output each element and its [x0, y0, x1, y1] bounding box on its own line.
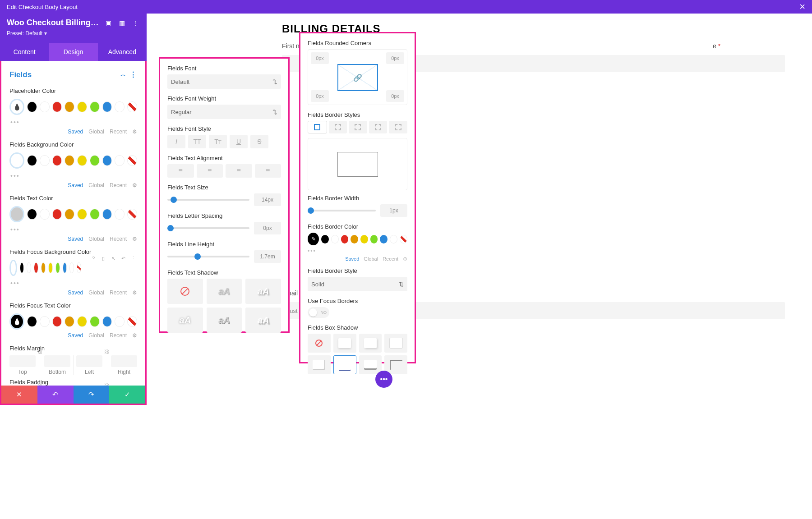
more-swatches-icon[interactable]: ••• [1, 279, 145, 289]
corner-bl-input[interactable] [311, 90, 329, 102]
color-picker-button[interactable] [9, 206, 24, 222]
undo-button[interactable]: ↶ [37, 386, 74, 404]
redo-button[interactable]: ↷ [74, 386, 110, 404]
tab-recent[interactable]: Recent [110, 129, 127, 135]
border-width-value[interactable] [380, 204, 407, 217]
tab-content[interactable]: Content [0, 43, 49, 61]
tab-saved[interactable]: Saved [68, 289, 83, 296]
gear-icon[interactable]: ⚙ [132, 182, 137, 188]
box-shadow-preset[interactable] [333, 355, 356, 374]
align-right-button[interactable]: ≡ [226, 164, 252, 178]
tab-recent[interactable]: Recent [110, 289, 127, 296]
swatch[interactable] [321, 235, 329, 243]
shadow-preset[interactable]: aA [207, 308, 242, 333]
swatch[interactable] [331, 235, 339, 243]
focus-borders-toggle[interactable]: NO [308, 307, 329, 318]
tab-global[interactable]: Global [88, 236, 104, 242]
section-more-icon[interactable]: ⋮ [129, 70, 137, 79]
help-icon[interactable]: ? [89, 254, 97, 262]
swatch-none[interactable] [400, 235, 407, 243]
tab-global[interactable]: Global [88, 332, 104, 339]
swatch[interactable] [52, 316, 62, 327]
border-bottom-tab[interactable] [369, 121, 388, 133]
chevron-up-icon[interactable]: ︿ [120, 71, 126, 78]
section-title-fields[interactable]: Fields [9, 70, 32, 79]
swatch[interactable] [115, 316, 125, 327]
swatch[interactable] [90, 209, 100, 220]
swatch[interactable] [102, 209, 112, 220]
expand-icon[interactable]: ▣ [104, 18, 113, 28]
color-picker-button[interactable] [9, 152, 24, 169]
undo-icon[interactable]: ↶ [119, 254, 127, 262]
more-swatches-icon[interactable]: ••• [1, 225, 145, 236]
corner-tr-input[interactable] [386, 52, 404, 64]
cancel-button[interactable]: ✕ [1, 386, 37, 404]
tab-saved[interactable]: Saved [68, 129, 83, 135]
swatch[interactable] [102, 316, 112, 327]
swatch[interactable] [90, 316, 100, 327]
link-icon[interactable]: 🔗 [353, 73, 362, 82]
swatch[interactable] [77, 155, 87, 166]
phone-icon[interactable]: ▯ [99, 254, 107, 262]
border-width-slider[interactable] [308, 210, 376, 211]
tab-recent[interactable]: Recent [110, 332, 127, 339]
border-all-tab[interactable] [308, 121, 327, 133]
margin-right-input[interactable] [111, 355, 137, 367]
shadow-preset[interactable]: aA [245, 308, 281, 333]
tab-global[interactable]: Global [88, 182, 104, 188]
color-picker-button[interactable] [9, 313, 24, 330]
gear-icon[interactable]: ⚙ [403, 256, 407, 262]
swatch-none[interactable] [127, 316, 137, 327]
link-icon[interactable]: ⛓ [37, 383, 42, 386]
border-left-tab[interactable] [389, 121, 407, 133]
swatch-orange[interactable] [65, 101, 74, 112]
tab-recent[interactable]: Recent [110, 182, 127, 188]
line-height-value[interactable] [254, 250, 281, 263]
box-shadow-preset[interactable] [359, 355, 382, 374]
swatch[interactable] [115, 155, 125, 166]
letter-spacing-slider[interactable] [167, 227, 249, 229]
swatch[interactable] [65, 155, 74, 166]
margin-bottom-input[interactable] [44, 355, 70, 367]
swatch-black[interactable] [27, 101, 37, 112]
swatch[interactable] [34, 262, 38, 273]
swatch[interactable] [351, 235, 358, 243]
corner-tl-input[interactable] [311, 52, 329, 64]
line-height-slider[interactable] [167, 256, 249, 257]
swatch[interactable] [27, 262, 31, 273]
box-shadow-preset[interactable] [308, 355, 331, 374]
color-picker-button[interactable]: ✎ [308, 233, 319, 245]
text-size-slider[interactable] [167, 199, 249, 201]
preset-label[interactable]: Preset: Default ▾ [7, 30, 140, 37]
link-icon[interactable]: ⛓ [104, 349, 109, 369]
swatch[interactable] [27, 155, 37, 166]
close-icon[interactable]: × [799, 1, 805, 13]
swatch[interactable] [102, 155, 112, 166]
swatch-none[interactable] [127, 209, 137, 220]
margin-top-input[interactable] [9, 355, 36, 367]
swatch[interactable] [65, 209, 74, 220]
swatch[interactable] [41, 262, 46, 273]
gear-icon[interactable]: ⚙ [132, 129, 137, 135]
font-weight-select[interactable]: Regular⇅ [167, 105, 281, 119]
shadow-preset[interactable]: aA [207, 279, 242, 304]
responsive-icon[interactable]: ▥ [117, 18, 126, 28]
gear-icon[interactable]: ⚙ [132, 289, 137, 296]
swatch-none[interactable] [127, 101, 137, 112]
swatch-none[interactable] [127, 155, 137, 166]
tab-advanced[interactable]: Advanced [98, 43, 147, 61]
tab-recent[interactable]: Recent [383, 256, 398, 262]
italic-button[interactable]: I [167, 135, 185, 148]
uppercase-button[interactable]: TT [188, 135, 206, 148]
more-swatches-icon[interactable]: ••• [308, 248, 407, 254]
swatch[interactable] [380, 235, 388, 243]
tab-global[interactable]: Global [88, 289, 104, 296]
shadow-preset[interactable]: aA [245, 279, 281, 304]
color-picker-button[interactable] [9, 99, 24, 115]
letter-spacing-value[interactable] [254, 222, 281, 234]
cursor-icon[interactable]: ↖ [109, 254, 117, 262]
swatch[interactable] [360, 235, 368, 243]
more-swatches-icon[interactable]: ••• [1, 171, 145, 182]
swatch[interactable] [90, 155, 100, 166]
strike-button[interactable]: S [250, 135, 268, 148]
